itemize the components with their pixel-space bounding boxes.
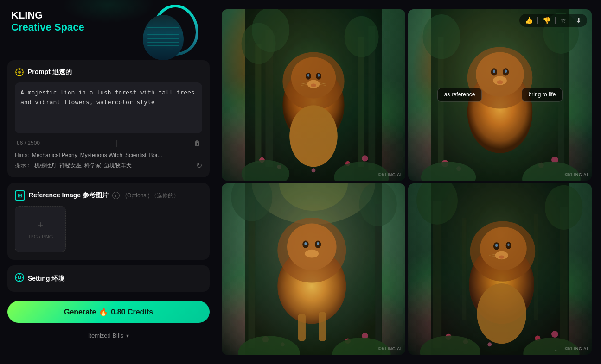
- generate-label: Generate: [64, 308, 96, 316]
- image-toolbar: 👍 👎 ☆ ⬇: [519, 14, 587, 27]
- fire-icon: 🔥: [99, 308, 108, 316]
- optional-text: (Optional) （选修的）: [125, 192, 179, 200]
- reference-image-title: Reference Image 参考图片: [29, 191, 109, 200]
- svg-point-38: [289, 105, 338, 167]
- hint-cn-chip-0[interactable]: 机械牡丹: [34, 162, 57, 169]
- svg-point-107: [487, 342, 492, 346]
- setting-card-title: Setting 环境: [28, 275, 64, 283]
- toolbar-divider-3: [571, 17, 571, 24]
- toolbar-divider-2: [555, 17, 556, 24]
- image-cell-4[interactable]: ✦ ©KLING AI: [408, 183, 592, 355]
- upload-label: JPG / PNG: [28, 234, 53, 239]
- watermark-3: ©KLING AI: [378, 346, 402, 351]
- info-icon[interactable]: i: [112, 192, 120, 199]
- watermark-1: ©KLING AI: [378, 172, 402, 177]
- portal-ring: [152, 5, 198, 56]
- prompt-icon: [15, 68, 24, 77]
- hints-cn-label: 提示：: [15, 162, 32, 169]
- svg-point-99: [499, 255, 505, 258]
- left-panel: KLING Creative Space: [0, 0, 217, 364]
- portal-water: [143, 15, 184, 60]
- itemized-bills-label: Itemized Bills: [88, 332, 124, 339]
- dislike-button[interactable]: 👎: [541, 16, 552, 25]
- image-labels: as reference bring to life: [408, 88, 592, 102]
- hint-chip-1[interactable]: Mysterious Witch: [80, 152, 122, 158]
- credits-label: 0.80 Credits: [111, 308, 153, 316]
- bring-to-life-button[interactable]: bring to life: [522, 88, 563, 102]
- toolbar-divider-1: [537, 17, 538, 24]
- reference-image-icon: ⊞: [15, 190, 25, 201]
- char-count: 86 / 2500: [17, 140, 40, 146]
- lion-body-1: [222, 9, 405, 181]
- setting-card-header: Setting 环境: [15, 273, 202, 284]
- svg-point-7: [18, 276, 21, 279]
- svg-point-96: [495, 244, 498, 247]
- setting-icon: [15, 273, 24, 284]
- refresh-hints-button[interactable]: ↻: [196, 161, 202, 170]
- svg-point-33: [311, 84, 316, 87]
- like-button[interactable]: 👍: [523, 16, 535, 25]
- image-grid: ©KLING AI: [217, 0, 601, 364]
- image-upload-button[interactable]: + JPG / PNG: [15, 206, 66, 252]
- panels-container: Prompt 迅速的 A majestic lion in a lush for…: [0, 60, 217, 364]
- prompt-footer: 86 / 2500 | 🗑: [15, 139, 202, 147]
- image-cell-2[interactable]: 👍 👎 ☆ ⬇ as reference bring to life ©KLIN…: [408, 9, 592, 181]
- lion-body-3: [222, 183, 405, 355]
- prompt-card-header: Prompt 迅速的: [15, 68, 202, 77]
- image-cell-3[interactable]: ©KLING AI: [222, 183, 405, 355]
- prompt-textarea[interactable]: A majestic lion in a lush forest with ta…: [15, 82, 202, 133]
- hint-chip-2[interactable]: Scientist: [125, 152, 146, 158]
- upload-plus-icon: +: [38, 219, 44, 231]
- svg-point-24: [312, 168, 316, 172]
- svg-point-97: [507, 244, 509, 246]
- svg-point-74: [317, 242, 319, 245]
- setting-card: Setting 环境: [7, 265, 210, 292]
- generate-button[interactable]: Generate 🔥 0.80 Credits: [7, 301, 210, 323]
- svg-point-58: [497, 80, 503, 84]
- svg-point-93: [470, 221, 536, 281]
- itemized-bills-row[interactable]: Itemized Bills ▾: [7, 332, 210, 339]
- star-button[interactable]: ☆: [558, 16, 568, 25]
- reference-card-header: ⊞ Reference Image 参考图片 i (Optional) （选修的…: [15, 190, 202, 201]
- download-button[interactable]: ⬇: [574, 16, 583, 25]
- svg-text:✦: ✦: [555, 349, 557, 352]
- svg-rect-77: [319, 312, 326, 341]
- svg-point-31: [318, 74, 320, 77]
- svg-point-23: [362, 155, 368, 161]
- hint-cn-chip-1[interactable]: 神秘女巫: [59, 162, 82, 169]
- watermark-4: ©KLING AI: [565, 346, 588, 351]
- hint-chip-3[interactable]: Bor...: [149, 152, 162, 158]
- image-cell-1[interactable]: ©KLING AI: [222, 9, 405, 181]
- svg-point-102: [477, 283, 526, 344]
- svg-point-30: [307, 74, 309, 77]
- header-area: KLING Creative Space: [0, 0, 217, 60]
- svg-point-88: [545, 185, 582, 230]
- svg-point-56: [505, 70, 507, 73]
- svg-point-73: [304, 242, 307, 245]
- prompt-card-title: Prompt 迅速的: [28, 68, 72, 76]
- svg-point-106: [551, 331, 558, 338]
- hint-cn-chip-2[interactable]: 科学家: [84, 162, 101, 169]
- svg-point-55: [493, 70, 495, 73]
- as-reference-button[interactable]: as reference: [437, 88, 482, 102]
- watermark-2: ©KLING AI: [565, 172, 588, 177]
- reference-image-card: ⊞ Reference Image 参考图片 i (Optional) （选修的…: [7, 183, 210, 260]
- svg-point-1: [18, 71, 21, 74]
- svg-point-44: [423, 14, 460, 59]
- hints-label: Hints:: [15, 152, 29, 158]
- svg-rect-76: [298, 314, 306, 341]
- portal-decoration: [143, 0, 208, 60]
- svg-point-18: [252, 9, 289, 52]
- prompt-card: Prompt 迅速的 A majestic lion in a lush for…: [7, 60, 210, 177]
- portal-waves: [147, 24, 179, 49]
- hints-row: Hints: Mechanical Peony Mysterious Witch…: [15, 152, 202, 158]
- svg-point-67: [359, 183, 396, 226]
- delete-button[interactable]: 🗑: [194, 139, 200, 147]
- hint-chip-0[interactable]: Mechanical Peony: [32, 152, 77, 158]
- lion-body-4: ✦: [408, 183, 592, 355]
- svg-rect-90: [534, 214, 538, 320]
- hint-cn-chip-3[interactable]: 边境牧羊犬: [104, 162, 132, 169]
- svg-rect-89: [462, 218, 467, 320]
- chevron-down-icon: ▾: [126, 333, 129, 339]
- hints-cn-row: 提示： 机械牡丹 神秘女巫 科学家 边境牧羊犬 ↻: [15, 161, 202, 170]
